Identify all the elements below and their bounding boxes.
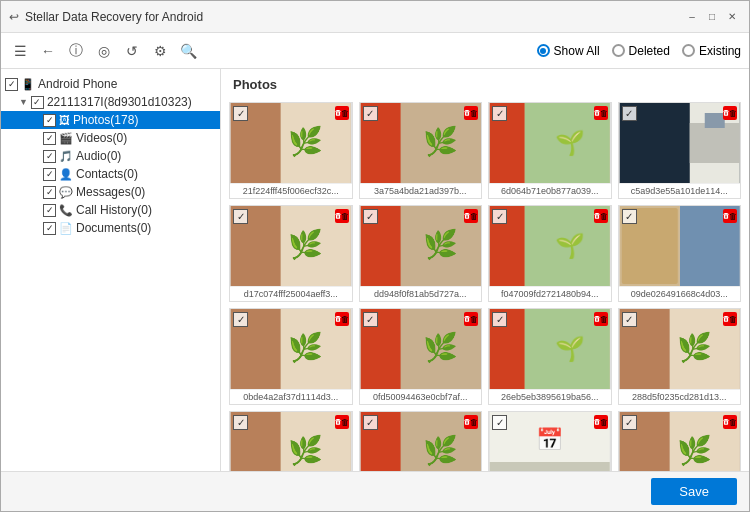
photo-checkbox[interactable] xyxy=(363,415,378,430)
item-checkbox-5[interactable] xyxy=(43,204,56,217)
maximize-button[interactable]: □ xyxy=(703,8,721,26)
photo-delete-icon[interactable] xyxy=(335,209,349,223)
sidebar-item-2[interactable]: 🎵Audio(0) xyxy=(1,147,220,165)
svg-rect-80 xyxy=(338,318,339,320)
photo-delete-icon[interactable] xyxy=(723,312,737,326)
photo-item[interactable]: 🌿 21f224fff45f006ecf32c... xyxy=(229,102,353,199)
photo-checkbox[interactable] xyxy=(492,415,507,430)
sidebar-item-6[interactable]: 📄Documents(0) xyxy=(1,219,220,237)
photo-item[interactable]: 📅 3101eaf065f9d5626cb... xyxy=(488,411,612,471)
settings-icon[interactable]: ⚙ xyxy=(149,40,171,62)
svg-rect-43 xyxy=(337,215,338,217)
refresh-icon[interactable]: ↺ xyxy=(121,40,143,62)
sidebar-item-4[interactable]: 💬Messages(0) xyxy=(1,183,220,201)
photo-thumbnail xyxy=(619,103,741,183)
photo-checkbox[interactable] xyxy=(492,312,507,327)
photo-item[interactable]: 🌿 d17c074fff25004aeff3... xyxy=(229,205,353,302)
item-icon-5: 📞 xyxy=(59,204,73,217)
photo-delete-icon[interactable] xyxy=(464,209,478,223)
filter-deleted[interactable]: Deleted xyxy=(612,44,670,58)
svg-rect-142 xyxy=(726,421,727,423)
photo-delete-icon[interactable] xyxy=(723,106,737,120)
item-checkbox-4[interactable] xyxy=(43,186,56,199)
photo-checkbox[interactable] xyxy=(233,312,248,327)
svg-rect-67 xyxy=(724,213,728,214)
sidebar-item-0[interactable]: 🖼Photos(178) xyxy=(1,111,220,129)
photo-checkbox[interactable] xyxy=(622,415,637,430)
svg-rect-33 xyxy=(724,112,728,116)
svg-rect-89 xyxy=(467,318,468,320)
photo-checkbox[interactable] xyxy=(363,209,378,224)
device-checkbox[interactable] xyxy=(31,96,44,109)
radio-deleted[interactable] xyxy=(612,44,625,57)
photo-item[interactable]: 🌱 f047009fd2721480b94... xyxy=(488,205,612,302)
minimize-button[interactable]: – xyxy=(683,8,701,26)
photo-item[interactable]: c5a9d3e55a101de114... xyxy=(618,102,742,199)
photo-checkbox[interactable] xyxy=(233,209,248,224)
photo-item[interactable]: 🌿 0bde4a2af37d1114d3... xyxy=(229,308,353,405)
scan-icon[interactable]: ◎ xyxy=(93,40,115,62)
sidebar-item-5[interactable]: 📞Call History(0) xyxy=(1,201,220,219)
root-checkbox[interactable] xyxy=(5,78,18,91)
photo-checkbox[interactable] xyxy=(233,415,248,430)
photo-delete-icon[interactable] xyxy=(335,106,349,120)
photo-delete-icon[interactable] xyxy=(464,106,478,120)
svg-rect-88 xyxy=(466,318,467,320)
photo-item[interactable]: 🌱 6d064b71e0b877a039... xyxy=(488,102,612,199)
back-icon[interactable]: ← xyxy=(37,40,59,62)
photo-delete-icon[interactable] xyxy=(335,415,349,429)
photo-delete-icon[interactable] xyxy=(594,312,608,326)
item-checkbox-2[interactable] xyxy=(43,150,56,163)
tree-root[interactable]: 📱 Android Phone xyxy=(1,75,220,93)
photo-delete-icon[interactable] xyxy=(464,415,478,429)
photo-item[interactable]: 🌿 2b5c270cfed71b7067... xyxy=(359,411,483,471)
radio-existing[interactable] xyxy=(682,44,695,57)
photo-delete-icon[interactable] xyxy=(594,106,608,120)
item-checkbox-0[interactable] xyxy=(43,114,56,127)
photo-checkbox[interactable] xyxy=(363,312,378,327)
save-button[interactable]: Save xyxy=(651,478,737,505)
item-checkbox-3[interactable] xyxy=(43,168,56,181)
photo-thumbnail: 🌿 xyxy=(360,309,482,389)
radio-show-all[interactable] xyxy=(537,44,550,57)
sidebar-item-1[interactable]: 🎬Videos(0) xyxy=(1,129,220,147)
item-checkbox-1[interactable] xyxy=(43,132,56,145)
photo-item[interactable]: 🌿 dd948f0f81ab5d727a... xyxy=(359,205,483,302)
photo-checkbox[interactable] xyxy=(363,106,378,121)
svg-rect-96 xyxy=(594,318,598,322)
filter-show-all[interactable]: Show All xyxy=(537,44,600,58)
photo-item[interactable]: 🌿 0fd50094463e0cbf7af... xyxy=(359,308,483,405)
photo-item[interactable]: 09de026491668c4d03... xyxy=(618,205,742,302)
photo-checkbox[interactable] xyxy=(492,209,507,224)
menu-icon[interactable]: ☰ xyxy=(9,40,31,62)
photo-name: 3a75a4bda21ad397b... xyxy=(360,183,482,198)
photo-checkbox[interactable] xyxy=(622,106,637,121)
svg-rect-69 xyxy=(724,215,728,219)
photo-checkbox[interactable] xyxy=(492,106,507,121)
item-checkbox-6[interactable] xyxy=(43,222,56,235)
photo-item[interactable]: 🌿 3a75a4bda21ad397b... xyxy=(359,102,483,199)
svg-rect-30 xyxy=(704,113,724,128)
photo-checkbox[interactable] xyxy=(622,209,637,224)
svg-rect-141 xyxy=(725,421,726,423)
sidebar-item-3[interactable]: 👤Contacts(0) xyxy=(1,165,220,183)
svg-text:🌱: 🌱 xyxy=(555,231,585,260)
photo-delete-icon[interactable] xyxy=(464,312,478,326)
info-icon[interactable]: ⓘ xyxy=(65,40,87,62)
photo-delete-icon[interactable] xyxy=(594,415,608,429)
photo-delete-icon[interactable] xyxy=(723,415,737,429)
tree-device[interactable]: ▼ 22111317I(8d9301d10323) xyxy=(1,93,220,111)
search-icon[interactable]: 🔍 xyxy=(177,40,199,62)
filter-existing[interactable]: Existing xyxy=(682,44,741,58)
svg-rect-76 xyxy=(336,316,340,317)
photo-checkbox[interactable] xyxy=(233,106,248,121)
photo-item[interactable]: 🌿 3304edde4727d78185... xyxy=(618,411,742,471)
photo-delete-icon[interactable] xyxy=(594,209,608,223)
photo-item[interactable]: 🌱 26eb5eb3895619ba56... xyxy=(488,308,612,405)
photo-item[interactable]: 🌿 3304edde4727d78185... xyxy=(229,411,353,471)
photo-delete-icon[interactable] xyxy=(335,312,349,326)
close-button[interactable]: ✕ xyxy=(723,8,741,26)
photo-delete-icon[interactable] xyxy=(723,209,737,223)
photo-checkbox[interactable] xyxy=(622,312,637,327)
photo-item[interactable]: 🌿 288d5f0235cd281d13... xyxy=(618,308,742,405)
